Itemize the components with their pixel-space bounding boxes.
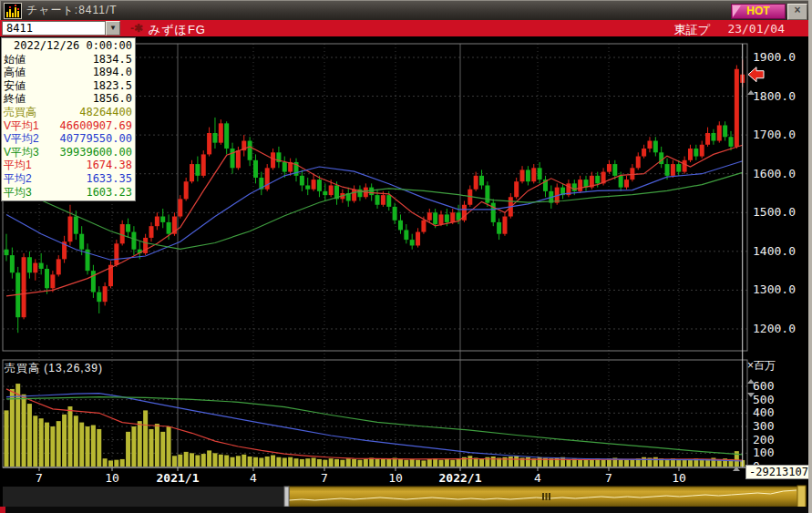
info-row: 売買高48264400 xyxy=(4,106,132,119)
info-row: 安値1823.5 xyxy=(4,79,132,93)
info-row: 始値1834.5 xyxy=(4,53,132,67)
chart-window: チャート:8411/T HOT × ▼ -✱ みずほFG 東証プ 23/01/0… xyxy=(0,0,812,513)
window-title: チャート:8411/T xyxy=(26,3,118,18)
svg-text:1500.0: 1500.0 xyxy=(753,205,796,219)
info-row: 平均11674.38 xyxy=(4,159,132,172)
watch-marker-icon: -✱ xyxy=(130,22,143,35)
svg-text:400: 400 xyxy=(753,405,774,419)
svg-text:7: 7 xyxy=(36,471,43,485)
close-button[interactable]: × xyxy=(787,4,807,20)
volume-footer-value: -29213107 xyxy=(745,465,811,479)
ohlc-info-panel: 2022/12/26 0:00:00 始値1834.5高値1894.0安値182… xyxy=(1,37,136,201)
info-row: V平均240779550.00 xyxy=(4,132,132,146)
svg-text:4: 4 xyxy=(250,471,257,485)
svg-text:4: 4 xyxy=(534,471,541,485)
volume-unit-label: ×百万 xyxy=(747,358,776,374)
svg-text:10: 10 xyxy=(672,471,686,485)
svg-text:200: 200 xyxy=(753,433,774,446)
quote-date: 23/01/04 xyxy=(727,22,785,36)
svg-text:7: 7 xyxy=(321,471,328,485)
svg-text:7: 7 xyxy=(605,471,612,485)
chart-area: 1200.01300.01400.01500.01600.01700.01800… xyxy=(0,36,812,513)
svg-text:1700.0: 1700.0 xyxy=(753,128,796,141)
chevron-down-icon[interactable]: ▼ xyxy=(106,21,120,36)
svg-text:10: 10 xyxy=(105,471,119,485)
bottom-left-marker xyxy=(0,507,5,513)
svg-text:300: 300 xyxy=(753,419,774,433)
volume-pane-title: 売買高 (13,26,39) xyxy=(5,361,103,376)
app-icon xyxy=(4,3,22,19)
titlebar: チャート:8411/T HOT × xyxy=(0,0,812,20)
info-row: 終値1856.0 xyxy=(4,92,132,106)
info-row: 高値1894.0 xyxy=(4,66,132,79)
svg-text:100: 100 xyxy=(753,446,774,459)
svg-text:600: 600 xyxy=(753,379,774,393)
hot-button[interactable]: HOT xyxy=(731,4,786,19)
svg-text:1900.0: 1900.0 xyxy=(753,50,796,64)
svg-text:1600.0: 1600.0 xyxy=(753,167,796,180)
navigator-end-cap[interactable] xyxy=(797,486,806,508)
info-datetime: 2022/12/26 0:00:00 xyxy=(4,39,132,53)
svg-text:500: 500 xyxy=(753,393,774,406)
svg-text:1400.0: 1400.0 xyxy=(753,244,796,258)
svg-text:1800.0: 1800.0 xyxy=(753,89,796,103)
info-row: V平均146600907.69 xyxy=(4,119,132,133)
navigator-scrollbar xyxy=(3,486,806,508)
info-row: 平均21633.35 xyxy=(4,172,132,186)
svg-text:2022/1: 2022/1 xyxy=(439,471,482,485)
symbol-input[interactable] xyxy=(2,21,106,36)
svg-text:2021/1: 2021/1 xyxy=(157,471,200,485)
info-row: V平均339939600.00 xyxy=(4,146,132,159)
svg-text:1300.0: 1300.0 xyxy=(753,282,796,296)
info-row: 平均31603.23 xyxy=(4,186,132,200)
window-right-border xyxy=(808,0,812,513)
svg-text:1200.0: 1200.0 xyxy=(753,322,796,335)
toolbar: ▼ -✱ みずほFG 東証プ 23/01/04 xyxy=(0,20,812,36)
svg-text:10: 10 xyxy=(388,471,403,485)
navigator-divider[interactable] xyxy=(284,487,289,507)
